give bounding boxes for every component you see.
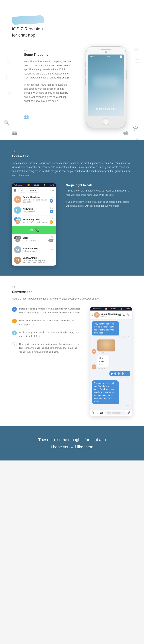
deco-search-icon: 🔍	[4, 120, 10, 126]
cp-battery-icon: 🔋	[43, 184, 46, 186]
section3: 03 Conversation I found a lot of importa…	[0, 276, 144, 426]
audio-wave	[114, 372, 124, 375]
cp-tab-recent[interactable]: recent	[27, 188, 39, 192]
msg-sent-2-container: Why don't you bring all food? What are y…	[92, 380, 130, 406]
convo-phone-call-icon[interactable]: 📞	[122, 313, 126, 316]
phone-screen: BELL 4:21 PM ▐▐▐ It's time to switch! »	[88, 54, 124, 116]
section2: 02 Contact list Bringing one of the best…	[0, 140, 144, 276]
section2-number: 02	[12, 150, 132, 153]
convo-mic-icon[interactable]: 🎤	[127, 411, 130, 414]
msg-audio-time: Seen 4:46pm	[109, 377, 130, 379]
audio-play-icon[interactable]: ▶	[111, 372, 113, 375]
msg-img-time: Sun 3:44pm	[97, 352, 115, 354]
cp-call-icon: 📞	[35, 228, 39, 232]
section2-body: Bringing one of the best usability and u…	[12, 161, 132, 178]
audio-bar-10	[122, 372, 122, 374]
cp-hamburger-icon[interactable]: ☰	[14, 189, 17, 192]
audio-bar-11	[122, 372, 123, 375]
contact-item-kamal[interactable]: KB Kamal Badran Salim my friend 2 d ›	[12, 244, 56, 255]
footer-section: These are some thoughts for chat app I h…	[0, 426, 144, 460]
deco-heart-icon: ♡	[6, 58, 12, 65]
audio-bar-8	[120, 372, 120, 375]
convo-features: a Instead of putting camera icon, it's b…	[12, 307, 82, 358]
phone-time: 4:21 PM	[103, 56, 110, 58]
msg-received-img: SK Sun 3:44pm	[92, 340, 130, 354]
swipe-body1: This is one of the important features I …	[66, 189, 132, 197]
convo-battery-icon: 🔋	[120, 308, 122, 310]
convo-video-call-icon[interactable]: 📹	[118, 313, 121, 316]
contact-item-salim[interactable]: SA Salim Ahmad Let's do it. especially a…	[12, 255, 56, 266]
msg-sent-1: They want you to come with us, please do…	[92, 321, 130, 338]
contact-meta-kamal: 2 d	[51, 248, 53, 250]
msg-sent-1-container: They want you to come with us, please do…	[92, 321, 130, 338]
convo-input-bar: 📎 ☺ 📷 Write a message... 🎤	[90, 409, 132, 416]
section1-highlight: Flat Design.	[57, 76, 70, 79]
contact-item-work[interactable]: W1 W2 W3 Work hhhh ...me too :) 7 h 99+ …	[12, 234, 56, 244]
section1-number: 01	[24, 48, 72, 51]
msg-audio-container: ▶	[109, 371, 130, 379]
deco-group-icon: 👥	[24, 114, 29, 119]
title-line1: iOS 7 Redesign	[12, 26, 43, 31]
feature-c: c Audio is very important in conversatio…	[12, 330, 82, 338]
audio-bar-4	[117, 372, 117, 375]
contact-list-area: Pelephone 📶 03:36 🔋 20% ☰ all recent + S…	[12, 183, 132, 266]
audio-bar-7	[119, 373, 120, 374]
footer-line1: These are some thoughts for chat app	[12, 436, 132, 443]
cp-carrier: Pelephone	[14, 184, 23, 186]
contact-arrow-swimming: ›	[53, 219, 54, 222]
section3-intro: I found a lot of important elements Nany…	[12, 297, 132, 301]
cp-tabs[interactable]: ☰ all recent +	[12, 187, 56, 194]
msg-img-container: Sun 3:44pm	[97, 340, 115, 354]
cp-call-bar[interactable]: Call 📞	[12, 226, 56, 234]
convo-attach-icon[interactable]: 📎	[127, 313, 130, 316]
swipe-title: Swipe right to call	[66, 183, 132, 187]
feature-text-d: Here white space for writing is a must. …	[19, 342, 82, 354]
contact-phone-mockup: Pelephone 📶 03:36 🔋 20% ☰ all recent + S…	[12, 183, 56, 266]
convo-message-input[interactable]: Write a message...	[104, 411, 126, 415]
phone-signal: ▐▐▐	[118, 56, 122, 58]
contact-item-ali[interactable]: AK Ali Khalid Are you sure! 3 m 2 ›	[12, 205, 56, 216]
screen-blur	[93, 76, 119, 87]
audio-bar-5	[118, 372, 118, 374]
contact-meta-swimming: 33 m 35	[49, 218, 53, 224]
deco-video-icon: 📹	[123, 130, 128, 135]
convo-contact-avatar: SK	[94, 312, 100, 318]
swipe-info: Swipe right to call This is one of the i…	[64, 183, 132, 211]
msg-sent-1-bubble: They want you to come with us, please do…	[92, 321, 119, 336]
contact-avatar-salim: SA	[14, 256, 21, 264]
convo-attach-icon-input[interactable]: 📎	[92, 411, 95, 414]
convo-wifi: 📶	[105, 308, 107, 310]
feature-text-a: Instead of putting camera icon, it's bet…	[19, 307, 82, 315]
msg-received-1-time: Sun 4:12am	[97, 368, 115, 369]
convo-back-button[interactable]: ‹	[92, 313, 93, 316]
work-group-avatar: W1 W2 W3	[14, 236, 21, 242]
feature-d: d Here white space for writing is a must…	[12, 342, 82, 354]
convo-emoji-icon[interactable]: ☺	[96, 411, 99, 414]
feature-b: b User needs to know if the other contac…	[12, 319, 82, 326]
work-avatar-3: W3	[15, 238, 20, 242]
convo-contact-info: SK Sarah Khaldoun tyying...	[94, 312, 118, 318]
msg-audio-bubble[interactable]: ▶	[109, 371, 130, 376]
conversation-phone-mockup: Pelephone 📶 03:36 🔋 20% ‹ SK Sarah Khald…	[90, 307, 132, 416]
deco-trash-icon: 🗑	[4, 74, 9, 80]
convo-camera-icon-input[interactable]: 📷	[100, 411, 103, 414]
conversation-area: a Instead of putting camera icon, it's b…	[12, 307, 132, 416]
audio-bar-3	[116, 373, 116, 374]
deco-lock-icon: 🔒	[134, 138, 140, 140]
cp-add-contact[interactable]: +	[52, 189, 54, 192]
section1-title: Some Thoughts	[24, 53, 72, 56]
cp-tab-all[interactable]: all	[18, 188, 26, 192]
deco-music-icon: ♪	[130, 112, 132, 118]
audio-bar-1	[114, 373, 115, 374]
convo-input-placeholder: Write a message...	[106, 412, 123, 414]
contact-item-sarah[interactable]: SK Sarah Khaldoun Okay Ah, I will send y…	[12, 194, 56, 205]
contact-arrow-work: ›	[53, 238, 54, 240]
feature-letter-c: c	[12, 330, 17, 335]
contact-info-kamal: Kamal Badran Salim my friend	[23, 247, 51, 252]
contact-info-swimming: Swimming Team Majdi: Can't come tomorrow	[23, 218, 49, 223]
header-section: iOS 7 Redesign for chat app	[0, 0, 144, 42]
contact-item-swimming[interactable]: S1 S2 S3 Swimming Team Majdi: Can't come…	[12, 216, 56, 226]
contact-avatar-sarah: SK	[14, 196, 21, 203]
convo-typing-status: tyying...	[101, 315, 118, 317]
audio-bar-6	[118, 372, 119, 375]
